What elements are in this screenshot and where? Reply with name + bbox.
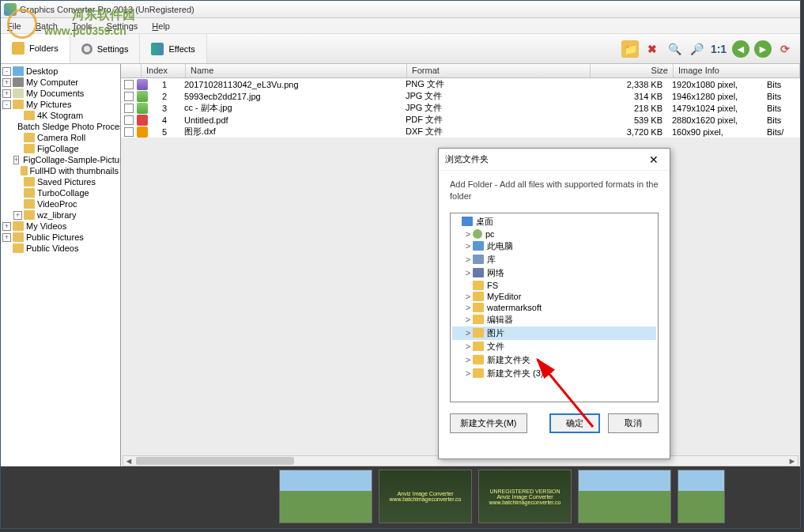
tree-item[interactable]: +wz_library xyxy=(2,209,119,221)
zoom-out-button[interactable]: 🔎 xyxy=(688,40,705,58)
expander-icon[interactable] xyxy=(2,244,11,253)
tree-item[interactable]: 4K Stogram xyxy=(2,110,119,121)
dialog-tree-item[interactable]: >新建文件夹 (3) xyxy=(452,367,656,380)
dialog-tree-item[interactable]: >文件 xyxy=(452,340,656,353)
col-name[interactable]: Name xyxy=(186,64,407,77)
expand-chevron-icon[interactable]: > xyxy=(463,255,473,264)
tree-item[interactable]: FigCollage xyxy=(2,143,119,154)
ok-button[interactable]: 确定 xyxy=(549,413,600,433)
dialog-tree-item[interactable]: >编辑器 xyxy=(452,313,656,326)
menu-tools[interactable]: Tools xyxy=(72,21,92,31)
delete-button[interactable]: ✖ xyxy=(644,40,661,58)
tab-settings[interactable]: Settings xyxy=(70,34,141,63)
file-row[interactable]: 2 5993ecb2dd217.jpg JPG 文件 314 KB 1946x1… xyxy=(121,90,800,102)
file-checkbox[interactable] xyxy=(124,115,134,125)
expand-chevron-icon[interactable]: > xyxy=(463,268,473,277)
tree-item[interactable]: +Public Pictures xyxy=(2,232,119,243)
open-folder-button[interactable]: 📁 xyxy=(621,40,639,58)
expander-icon[interactable] xyxy=(13,200,22,209)
expander-icon[interactable]: + xyxy=(2,233,11,242)
file-row[interactable]: 3 cc - 副本.jpg JPG 文件 218 KB 1479x1024 pi… xyxy=(121,102,800,114)
expander-icon[interactable] xyxy=(13,178,22,187)
tree-item[interactable]: -My Pictures xyxy=(2,99,119,110)
expand-chevron-icon[interactable]: > xyxy=(463,229,473,239)
expand-chevron-icon[interactable]: > xyxy=(463,355,473,364)
file-checkbox[interactable] xyxy=(124,92,134,101)
expander-icon[interactable]: - xyxy=(2,100,11,109)
dialog-tree-item[interactable]: >库 xyxy=(452,253,656,266)
new-folder-button[interactable]: 新建文件夹(M) xyxy=(450,413,527,433)
next-button[interactable]: ► xyxy=(754,40,772,58)
menu-batch[interactable]: Batch xyxy=(36,21,58,31)
expander-icon[interactable] xyxy=(13,111,22,120)
folder-tree-sidebar[interactable]: -Desktop+My Computer+My Documents-My Pic… xyxy=(1,64,121,466)
expand-chevron-icon[interactable]: > xyxy=(463,303,473,312)
expander-icon[interactable] xyxy=(13,167,19,175)
file-row[interactable]: 1 20171028113042_eL3Vu.png PNG 文件 2,338 … xyxy=(121,78,800,90)
file-checkbox[interactable] xyxy=(124,104,134,113)
scroll-thumb[interactable] xyxy=(136,457,294,465)
prev-button[interactable]: ◄ xyxy=(732,40,749,58)
file-row[interactable]: 5 图形.dxf DXF 文件 3,720 KB 160x90 pixel, B… xyxy=(121,126,800,138)
expand-chevron-icon[interactable]: > xyxy=(463,315,473,324)
thumbnail-2[interactable]: Anviz Image Converterwww.batchimageconve… xyxy=(379,470,472,523)
file-checkbox[interactable] xyxy=(124,80,134,89)
tree-item[interactable]: Public Videos xyxy=(2,243,119,254)
actual-size-button[interactable]: 1:1 xyxy=(710,40,727,58)
thumbnail-4[interactable] xyxy=(578,470,671,523)
file-list[interactable]: 1 20171028113042_eL3Vu.png PNG 文件 2,338 … xyxy=(121,78,800,138)
col-info[interactable]: Image Info xyxy=(674,64,800,77)
expander-icon[interactable]: + xyxy=(2,89,11,98)
dialog-close-button[interactable]: ✕ xyxy=(644,152,663,168)
scroll-right-arrow[interactable]: ► xyxy=(787,456,798,466)
expander-icon[interactable] xyxy=(13,134,22,142)
expand-chevron-icon[interactable]: > xyxy=(463,292,473,301)
tab-folders[interactable]: Folders xyxy=(1,34,70,63)
dialog-tree-item[interactable]: 桌面 xyxy=(452,215,656,228)
menu-help[interactable]: Help xyxy=(152,21,170,31)
file-row[interactable]: 4 Untitled.pdf PDF 文件 539 KB 2880x1620 p… xyxy=(121,114,800,126)
expand-chevron-icon[interactable]: > xyxy=(463,368,473,378)
expander-icon[interactable] xyxy=(13,145,22,153)
tree-item[interactable]: TurboCollage xyxy=(2,187,119,198)
col-size[interactable]: Size xyxy=(591,64,674,77)
file-checkbox[interactable] xyxy=(124,127,134,137)
dialog-tree-item[interactable]: >MyEditor xyxy=(452,291,656,302)
tree-item[interactable]: Saved Pictures xyxy=(2,176,119,187)
tree-item[interactable]: +FigCollage-Sample-Pictures-Dont-Modify-… xyxy=(2,154,119,165)
tree-item[interactable]: FullHD with thumbnails xyxy=(2,165,119,176)
tab-effects[interactable]: Effects xyxy=(140,34,206,63)
dialog-tree-item[interactable]: >新建文件夹 xyxy=(452,353,656,367)
thumbnail-3[interactable]: UNREGISTERED VERSIONAnviz Image Converte… xyxy=(478,470,572,523)
expander-icon[interactable]: + xyxy=(13,156,19,164)
tree-item[interactable]: VideoProc xyxy=(2,198,119,209)
thumbnail-5[interactable] xyxy=(678,470,725,523)
expander-icon[interactable] xyxy=(13,189,22,198)
expander-icon[interactable]: + xyxy=(2,78,11,87)
scroll-left-arrow[interactable]: ◄ xyxy=(123,456,134,466)
thumbnail-1[interactable] xyxy=(279,470,372,523)
dialog-tree-item[interactable]: >此电脑 xyxy=(452,240,656,253)
dialog-tree-item[interactable]: >图片 xyxy=(452,326,656,340)
dialog-folder-tree[interactable]: 桌面>pc>此电脑>库>网络FS>MyEditor>watermarksoft>… xyxy=(450,213,659,402)
col-format[interactable]: Format xyxy=(407,64,591,77)
tree-item[interactable]: +My Computer xyxy=(2,77,119,88)
expand-chevron-icon[interactable]: > xyxy=(463,241,473,251)
refresh-button[interactable]: ⟳ xyxy=(776,40,794,58)
dialog-tree-item[interactable]: >网络 xyxy=(452,266,656,280)
expand-chevron-icon[interactable]: > xyxy=(463,328,473,338)
expand-chevron-icon[interactable]: > xyxy=(463,341,473,351)
tree-item[interactable]: -Desktop xyxy=(2,66,119,77)
zoom-in-button[interactable]: 🔍 xyxy=(666,40,683,58)
expander-icon[interactable]: - xyxy=(2,67,11,76)
tree-item[interactable]: +My Videos xyxy=(2,221,119,232)
menu-file[interactable]: FFileile xyxy=(7,21,21,31)
tree-item[interactable]: Camera Roll xyxy=(2,132,119,143)
menu-settings[interactable]: Settings xyxy=(107,21,138,31)
dialog-tree-item[interactable]: >pc xyxy=(452,228,656,240)
cancel-button[interactable]: 取消 xyxy=(608,413,659,433)
thumbnail-strip[interactable]: Anviz Image Converterwww.batchimageconve… xyxy=(1,466,800,528)
dialog-tree-item[interactable]: >watermarksoft xyxy=(452,302,656,313)
col-index[interactable]: Index xyxy=(142,64,186,77)
col-checkbox[interactable] xyxy=(121,64,142,77)
